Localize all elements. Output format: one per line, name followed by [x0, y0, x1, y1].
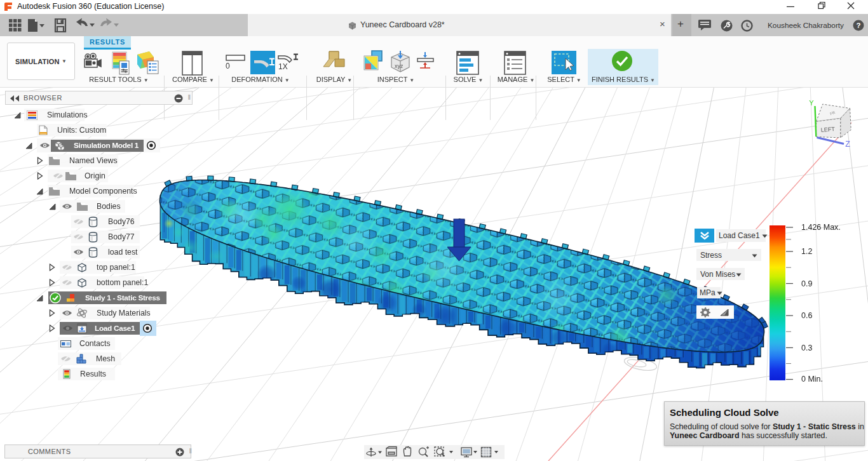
svg-text:Z: Z [845, 140, 850, 149]
svg-text:1X: 1X [278, 62, 288, 71]
svg-text:xyz: xyz [395, 63, 403, 69]
svg-text:0: 0 [226, 62, 230, 70]
svg-text:?: ? [856, 22, 860, 29]
svg-text:LEFT: LEFT [820, 126, 835, 133]
svg-text:Y: Y [809, 99, 814, 107]
